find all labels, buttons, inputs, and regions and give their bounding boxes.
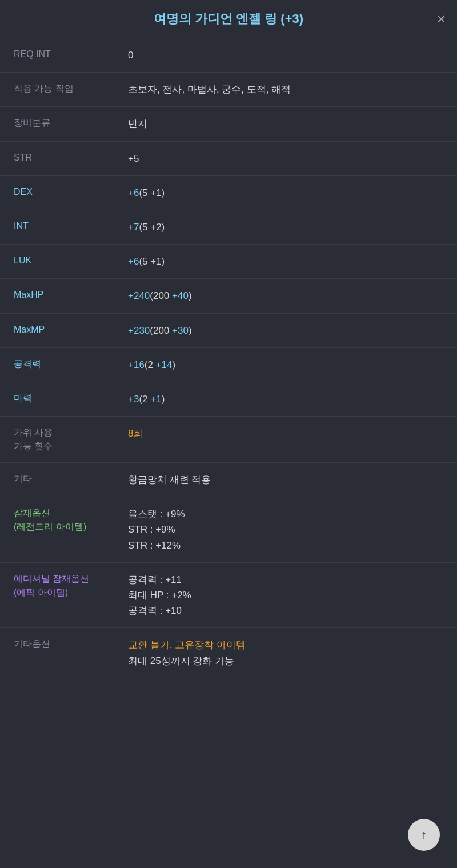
row-value: +7(5 +2)	[128, 219, 443, 235]
info-row: 기타황금망치 재련 적용	[0, 463, 457, 497]
row-label: LUK	[14, 254, 128, 267]
modal-title: 여명의 가디언 엔젤 링 (+3)	[154, 10, 303, 27]
row-value: +240(200 +40)	[128, 288, 443, 303]
row-label: 에디셔널 잠재옵션 (에픽 아이템)	[14, 572, 128, 599]
info-row: MaxMP+230(200 +30)	[0, 314, 457, 348]
row-label: STR	[14, 151, 128, 165]
info-row: INT+7(5 +2)	[0, 210, 457, 245]
row-label: INT	[14, 219, 128, 233]
row-value: 교환 불가, 고유장착 아이템최대 25성까지 강화 가능	[128, 637, 443, 668]
info-row: 가위 사용 가능 횟수8회	[0, 417, 457, 463]
row-value: +6(5 +1)	[128, 185, 443, 201]
close-button[interactable]: ×	[437, 11, 446, 26]
item-detail-modal: 여명의 가디언 엔젤 링 (+3) × REQ INT0착용 가능 직업초보자,…	[0, 0, 457, 868]
row-label: REQ INT	[14, 47, 128, 61]
row-value: +5	[128, 151, 443, 166]
row-value: 올스탯 : +9%STR : +9%STR : +12%	[128, 506, 443, 553]
row-label: 기타옵션	[14, 637, 128, 651]
row-value: 초보자, 전사, 마법사, 궁수, 도적, 해적	[128, 82, 443, 97]
info-row: REQ INT0	[0, 38, 457, 73]
row-value: +6(5 +1)	[128, 254, 443, 269]
info-row: DEX+6(5 +1)	[0, 176, 457, 210]
info-row: 잠재옵션 (레전드리 아이템)올스탯 : +9%STR : +9%STR : +…	[0, 497, 457, 563]
row-value: +16(2 +14)	[128, 357, 443, 373]
row-value: 0	[128, 47, 443, 63]
scroll-top-button[interactable]: ↑	[408, 819, 440, 851]
row-label: 마력	[14, 391, 128, 405]
row-value: 황금망치 재련 적용	[128, 472, 443, 487]
row-label: 착용 가능 직업	[14, 82, 128, 95]
row-label: MaxMP	[14, 323, 128, 337]
info-row: 마력+3(2 +1)	[0, 382, 457, 417]
row-label: 기타	[14, 472, 128, 486]
info-rows-container: REQ INT0착용 가능 직업초보자, 전사, 마법사, 궁수, 도적, 해적…	[0, 38, 457, 678]
row-label: 공격력	[14, 357, 128, 371]
row-value: +230(200 +30)	[128, 323, 443, 338]
info-row: 착용 가능 직업초보자, 전사, 마법사, 궁수, 도적, 해적	[0, 73, 457, 107]
info-row: 에디셔널 잠재옵션 (에픽 아이템)공격력 : +11최대 HP : +2%공격…	[0, 563, 457, 629]
info-row: STR+5	[0, 142, 457, 176]
scroll-top-icon: ↑	[421, 827, 427, 842]
info-row: 기타옵션교환 불가, 고유장착 아이템최대 25성까지 강화 가능	[0, 628, 457, 678]
row-value: 반지	[128, 116, 443, 131]
row-value: +3(2 +1)	[128, 391, 443, 407]
row-label: 장비분류	[14, 116, 128, 130]
info-row: 장비분류반지	[0, 107, 457, 141]
info-row: LUK+6(5 +1)	[0, 245, 457, 279]
info-row: 공격력+16(2 +14)	[0, 348, 457, 382]
row-value: 공격력 : +11최대 HP : +2%공격력 : +10	[128, 572, 443, 619]
info-row: MaxHP+240(200 +40)	[0, 279, 457, 313]
modal-header: 여명의 가디언 엔젤 링 (+3) ×	[0, 0, 457, 38]
row-label: DEX	[14, 185, 128, 199]
row-label: MaxHP	[14, 288, 128, 302]
row-value: 8회	[128, 426, 443, 441]
row-label: 잠재옵션 (레전드리 아이템)	[14, 506, 128, 534]
row-label: 가위 사용 가능 횟수	[14, 426, 128, 453]
